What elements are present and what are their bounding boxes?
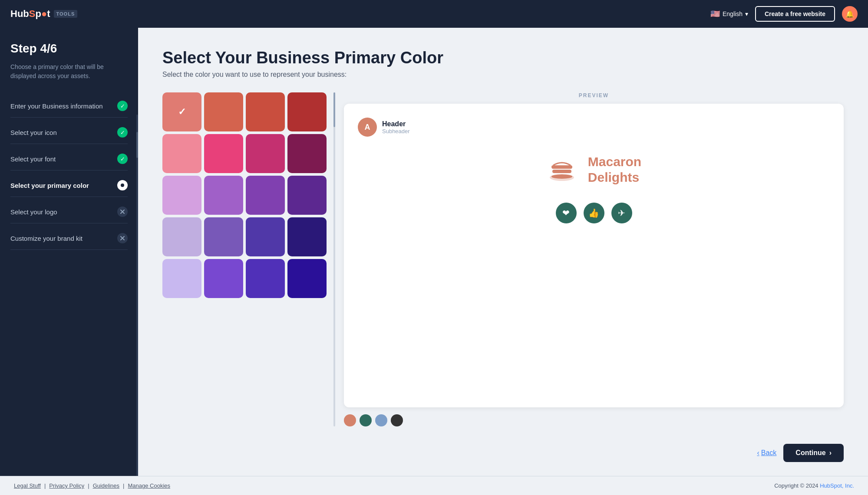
color-swatch-navy[interactable] [287, 259, 327, 298]
preview-send-btn[interactable]: ✈ [611, 203, 632, 223]
language-selector[interactable]: 🇺🇸 English ▾ [710, 9, 748, 19]
color-scroll-thumb[interactable] [333, 92, 335, 127]
footer-copyright: Copyright © 2024 HubSpot, Inc. [774, 482, 854, 489]
sidebar-item-label-logo: Select your logo [10, 208, 57, 216]
flag-icon: 🇺🇸 [710, 9, 720, 19]
sidebar-item-brand-kit[interactable]: Customize your brand kit [10, 227, 128, 250]
color-swatch-salmon[interactable] [162, 92, 201, 131]
preview-panel: PREVIEW A Header Subheader [344, 92, 844, 426]
sidebar-scroll-track [136, 115, 138, 476]
color-swatch-indigo[interactable] [246, 217, 285, 256]
back-chevron-icon: ‹ [757, 449, 759, 457]
step-pending-icon-brand-kit [117, 233, 128, 243]
preview-avatar: A [358, 118, 377, 137]
language-label: English [723, 10, 743, 17]
sidebar-item-label-icon: Select your icon [10, 129, 57, 136]
logo-dot: S [29, 8, 36, 19]
palette-dot-3[interactable] [375, 414, 387, 426]
color-swatch-deep-blue[interactable] [246, 259, 285, 298]
create-website-button[interactable]: Create a free website [755, 6, 835, 22]
continue-arrow-icon: › [829, 449, 832, 457]
sidebar-item-font[interactable]: Select your font ✓ [10, 148, 128, 170]
tools-badge: TOOLS [54, 10, 78, 18]
x-icon [119, 209, 125, 215]
color-section: PREVIEW A Header Subheader [162, 92, 844, 426]
sidebar-item-business-info[interactable]: Enter your Business information ✓ [10, 95, 128, 118]
color-grid [162, 92, 330, 298]
step-complete-icon-font: ✓ [117, 154, 128, 164]
color-swatch-maroon[interactable] [287, 134, 327, 173]
color-swatch-violet[interactable] [204, 217, 243, 256]
footer-sep-1: | [44, 482, 46, 489]
footer-links: Legal Stuff | Privacy Policy | Guideline… [14, 482, 170, 489]
color-swatch-hot-pink[interactable] [204, 134, 243, 173]
footer: Legal Stuff | Privacy Policy | Guideline… [0, 476, 868, 495]
preview-subheader-text: Subheader [382, 128, 410, 134]
sidebar-item-label-primary-color: Select your primary color [10, 182, 89, 189]
continue-label: Continue [795, 449, 825, 457]
page-subtitle: Select the color you want to use to repr… [162, 71, 844, 79]
main-content: Select Your Business Primary Color Selec… [138, 28, 868, 476]
chevron-down-icon: ▾ [745, 10, 748, 17]
color-swatch-blue-violet[interactable] [204, 259, 243, 298]
preview-heart-btn[interactable]: ❤ [556, 203, 577, 223]
footer-link-privacy[interactable]: Privacy Policy [49, 482, 84, 489]
preview-thumbs-btn[interactable]: 👍 [584, 203, 604, 223]
footer-sep-3: | [123, 482, 124, 489]
step-complete-icon-icon: ✓ [117, 127, 128, 138]
brand-name: MacaronDelights [588, 154, 641, 185]
svg-point-7 [551, 174, 572, 179]
notification-icon[interactable]: 🔔 [842, 6, 858, 22]
color-swatch-medium-purple[interactable] [204, 176, 243, 215]
step-current-icon-primary-color [117, 180, 128, 190]
back-button[interactable]: ‹ Back [757, 449, 776, 457]
svg-rect-5 [551, 165, 572, 169]
footer-sep-2: | [88, 482, 89, 489]
sidebar-item-logo[interactable]: Select your logo [10, 200, 128, 223]
nav-buttons: ‹ Back Continue › [162, 437, 844, 462]
sidebar-item-label-font: Select your font [10, 155, 56, 163]
step-pending-icon-logo [117, 207, 128, 217]
palette-dot-2[interactable] [360, 414, 372, 426]
sidebar-item-icon[interactable]: Select your icon ✓ [10, 121, 128, 144]
preview-card: A Header Subheader [344, 104, 844, 407]
step-description: Choose a primary color that will be disp… [10, 62, 128, 81]
footer-link-guidelines[interactable]: Guidelines [93, 482, 119, 489]
app-body: Step 4/6 Choose a primary color that wil… [0, 28, 868, 476]
sidebar-item-label-business-info: Enter your Business information [10, 102, 103, 110]
color-swatch-dark-purple[interactable] [287, 176, 327, 215]
preview-header-text: Header [382, 120, 410, 128]
burger-logo-icon [546, 157, 578, 183]
color-swatch-red-orange[interactable] [246, 92, 285, 131]
color-grid-wrapper [162, 92, 330, 426]
continue-button[interactable]: Continue › [783, 444, 844, 462]
hubspot-link[interactable]: HubSpot, Inc. [820, 482, 854, 489]
color-swatch-coral[interactable] [204, 92, 243, 131]
color-swatch-light-pink[interactable] [162, 134, 201, 173]
color-swatch-dark-pink[interactable] [246, 134, 285, 173]
color-scroll-track [333, 92, 335, 426]
preview-brand-section: MacaronDelights [358, 144, 830, 196]
sidebar-scroll-thumb[interactable] [136, 132, 138, 158]
palette-row [344, 414, 844, 426]
svg-rect-6 [552, 170, 571, 173]
color-swatch-light-purple[interactable] [162, 176, 201, 215]
palette-dot-1[interactable] [344, 414, 356, 426]
sidebar-item-primary-color[interactable]: Select your primary color [10, 174, 128, 197]
preview-header-section: A Header Subheader [358, 118, 830, 137]
footer-link-cookies[interactable]: Manage Cookies [128, 482, 170, 489]
color-swatch-purple[interactable] [246, 176, 285, 215]
color-swatch-lavender[interactable] [162, 217, 201, 256]
hubspot-logo: HubSp●t TOOLS [10, 8, 77, 20]
color-swatch-dark-red[interactable] [287, 92, 327, 131]
step-title: Step 4/6 [10, 42, 128, 56]
color-swatch-light-lavender[interactable] [162, 259, 201, 298]
preview-text-group: Header Subheader [382, 120, 410, 134]
color-swatch-dark-indigo[interactable] [287, 217, 327, 256]
sidebar: Step 4/6 Choose a primary color that wil… [0, 28, 138, 476]
footer-link-legal[interactable]: Legal Stuff [14, 482, 41, 489]
palette-dot-4[interactable] [391, 414, 403, 426]
preview-icons-section: ❤ 👍 ✈ [358, 203, 830, 223]
burger-icon-container [546, 157, 578, 183]
preview-label: PREVIEW [344, 92, 844, 98]
